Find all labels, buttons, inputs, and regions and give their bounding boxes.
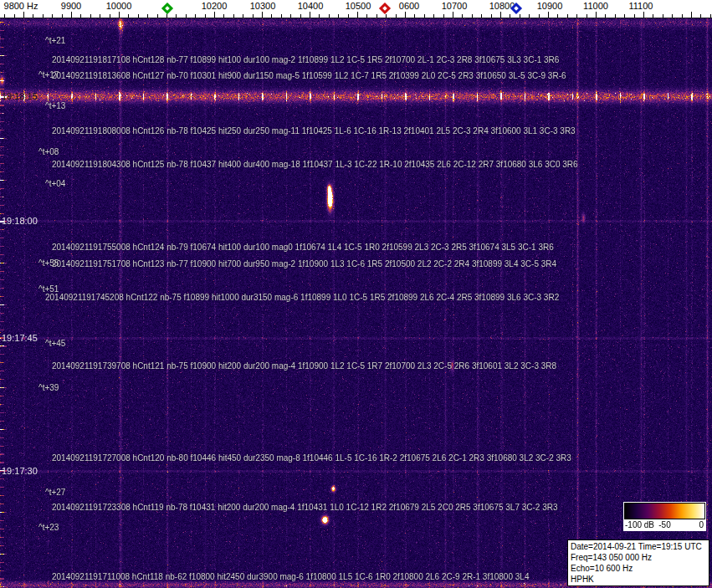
spectrogram-screen: 9800 Hz990010000102001030010400105000600…	[0, 0, 712, 588]
echo-time-marker: ^t+23	[38, 523, 59, 532]
echo-time-marker: ^t+08	[38, 147, 59, 156]
echo-time-marker: ^t+04	[45, 179, 65, 188]
info-echo-frequency: Echo=10 600 Hz	[571, 563, 706, 574]
echo-record-line: 20140921191723308 hCnt119 nb-78 f10431 h…	[52, 503, 558, 512]
time-label: 19:17:45	[2, 333, 38, 343]
info-station-id: HPHK	[571, 574, 706, 585]
info-date-time: Date=2014-09-21 Time=19:15 UTC	[571, 541, 706, 552]
echo-record-line: 20140921191817108 hCnt128 nb-77 f10899 h…	[52, 55, 559, 64]
db-label-min: -100 dB	[625, 520, 654, 529]
echo-time-marker: ^t+13	[45, 101, 65, 110]
echo-record-line: 20140921191739708 hCnt121 nb-75 f10900 h…	[52, 361, 556, 371]
echo-record-line: 20140921191751708 hCnt123 nb-77 f10900 h…	[52, 259, 556, 268]
db-scale-labels: -100 dB -50 0	[624, 519, 705, 530]
db-label-max: 0	[699, 520, 704, 529]
echo-record-line: 20140921191755008 hCnt124 nb-79 f10674 h…	[52, 243, 554, 252]
db-gradient-bar	[624, 503, 705, 519]
overlay-layer: -100 dB -50 0 Date=2014-09-21 Time=19:15…	[0, 0, 712, 588]
echo-record-line: 20140921191808008 hCnt126 nb-78 f10425 h…	[52, 126, 576, 135]
time-label: 19:17:30	[2, 466, 38, 476]
echo-record-line: 20140921191711008 hCnt118 nb-62 f10800 h…	[52, 572, 529, 581]
time-label: 19:18:15	[2, 91, 38, 101]
info-box: Date=2014-09-21 Time=19:15 UTC Freq=143 …	[567, 539, 709, 586]
info-frequency: Freq=143 050 000 Hz	[571, 552, 706, 563]
echo-time-marker: ^t+39	[38, 383, 59, 392]
db-label-mid: -50	[658, 520, 670, 529]
echo-record-line: 20140921191745208 hCnt122 nb-75 f10899 h…	[45, 293, 559, 302]
time-label: 19:18:00	[2, 216, 38, 226]
echo-time-marker: ^t+27	[45, 488, 65, 497]
echo-record-line: 20140921191727008 hCnt120 nb-80 f10446 h…	[52, 453, 571, 463]
db-color-scale: -100 dB -50 0	[623, 502, 706, 531]
echo-record-line: 20140921191804308 hCnt125 nb-78 f10437 h…	[52, 160, 578, 169]
echo-time-marker: ^t+21	[45, 36, 65, 45]
echo-record-line: 20140921191813608 hCnt127 nb-70 f10301 h…	[52, 71, 566, 80]
echo-time-marker: ^t+45	[45, 339, 65, 348]
